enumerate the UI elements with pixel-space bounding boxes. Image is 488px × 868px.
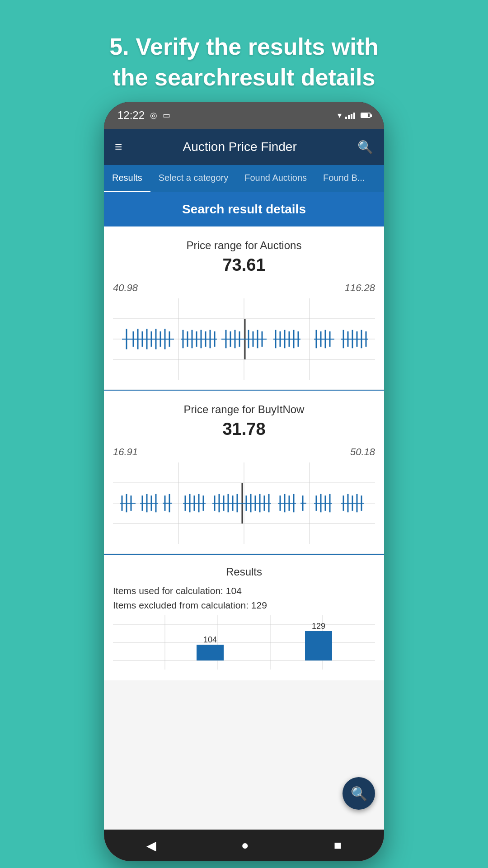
section-header-text: Search result details bbox=[182, 202, 306, 216]
buyitnow-price-title: Price range for BuyItNow bbox=[113, 403, 375, 416]
home-button[interactable]: ● bbox=[228, 834, 263, 857]
results-title: Results bbox=[113, 566, 375, 578]
svg-text:104: 104 bbox=[203, 635, 217, 644]
menu-icon[interactable]: ≡ bbox=[115, 140, 122, 154]
fab-search-icon: 🔍 bbox=[351, 786, 367, 802]
card-icon: ▭ bbox=[163, 110, 170, 120]
auction-max-value: 116.28 bbox=[345, 282, 375, 294]
map-icon: ◎ bbox=[150, 110, 157, 120]
svg-rect-118 bbox=[197, 645, 224, 660]
buyitnow-main-value: 31.78 bbox=[113, 420, 375, 439]
buyitnow-price-card: Price range for BuyItNow 31.78 16.91 50.… bbox=[104, 391, 384, 553]
tab-results[interactable]: Results bbox=[104, 165, 150, 192]
auction-main-value: 73.61 bbox=[113, 255, 375, 275]
tab-found-auctions[interactable]: Found Auctions bbox=[236, 165, 315, 192]
buyitnow-max-value: 50.18 bbox=[350, 446, 375, 458]
svg-text:129: 129 bbox=[312, 622, 325, 631]
app-title: Auction Price Finder bbox=[183, 140, 297, 154]
tab-found-b[interactable]: Found B... bbox=[315, 165, 373, 192]
content-area[interactable]: Price range for Auctions 73.61 40.98 116… bbox=[104, 226, 384, 861]
recent-button[interactable]: ■ bbox=[320, 834, 355, 857]
auction-price-card: Price range for Auctions 73.61 40.98 116… bbox=[104, 226, 384, 389]
tab-select-category[interactable]: Select a category bbox=[150, 165, 237, 192]
phone-frame: 12:22 ◎ ▭ ▾ ≡ Auction Price Finder bbox=[104, 102, 384, 861]
buyitnow-chart bbox=[113, 462, 375, 544]
wifi-icon: ▾ bbox=[338, 110, 342, 120]
tab-bar: Results Select a category Found Auctions… bbox=[104, 165, 384, 192]
auction-chart bbox=[113, 298, 375, 380]
status-bar: 12:22 ◎ ▭ ▾ bbox=[104, 102, 384, 129]
svg-rect-120 bbox=[305, 631, 332, 660]
items-used-text: Items used for calculation: 104 bbox=[113, 585, 375, 596]
section-header: Search result details bbox=[104, 192, 384, 226]
back-button[interactable]: ◀ bbox=[133, 834, 170, 858]
results-chart: 104 129 bbox=[113, 615, 375, 670]
fab-search-button[interactable]: 🔍 bbox=[343, 777, 375, 810]
app-bar: ≡ Auction Price Finder 🔍 bbox=[104, 129, 384, 165]
instruction-text: 5. Verify the results with the searchres… bbox=[0, 14, 488, 102]
auction-min-value: 40.98 bbox=[113, 282, 138, 294]
search-button[interactable]: 🔍 bbox=[357, 140, 373, 155]
auction-price-title: Price range for Auctions bbox=[113, 239, 375, 252]
bottom-nav: ◀ ● ■ bbox=[104, 830, 384, 861]
signal-bars bbox=[345, 112, 355, 119]
results-card: Results Items used for calculation: 104 … bbox=[104, 555, 384, 680]
items-excluded-text: Items excluded from calculation: 129 bbox=[113, 600, 375, 611]
status-time: 12:22 bbox=[117, 109, 145, 122]
battery-icon bbox=[361, 113, 371, 118]
buyitnow-min-value: 16.91 bbox=[113, 446, 138, 458]
